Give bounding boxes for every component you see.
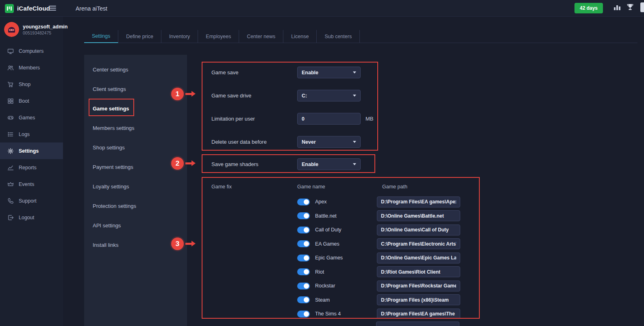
sidebar-item-label: Events — [19, 181, 34, 187]
sidebar-item-reports[interactable]: Reports — [0, 159, 63, 176]
subnav-label: API settings — [93, 222, 121, 229]
game-fix-row-apex: Apex — [211, 196, 479, 207]
shaders-select[interactable]: Enable — [297, 158, 361, 170]
sidebar-item-games[interactable]: Games — [0, 109, 63, 126]
ranking-icon[interactable] — [614, 4, 621, 11]
form-row-limitation: Limitation per user MB — [211, 113, 377, 125]
sidebar-item-events[interactable]: Events — [0, 176, 63, 192]
tab-license[interactable]: License — [283, 30, 317, 43]
subnav-shop-settings[interactable]: Shop settings — [84, 138, 187, 157]
game-save-drive-value: C: — [302, 93, 307, 99]
delete-before-value: Never — [302, 139, 316, 145]
app-logo-icon — [5, 4, 14, 13]
annotation-number: 1 — [176, 90, 179, 98]
subnav-center-settings[interactable]: Center settings — [84, 60, 187, 79]
game-path-input[interactable] — [377, 253, 460, 263]
chevron-down-icon — [353, 71, 356, 73]
game-fix-toggle[interactable] — [297, 199, 310, 205]
tournament-trophy-icon[interactable] — [626, 3, 634, 11]
user-name: youngzsoft_admin — [23, 24, 67, 30]
annotation-box-3: Game fix Game name Game path Apex Battle… — [202, 177, 480, 319]
game-save-drive-label: Game save drive — [211, 93, 297, 99]
subnav-protection-settings[interactable]: Protection settings — [84, 196, 187, 216]
annotation-arrow-1 — [185, 93, 192, 95]
game-name: Battle.net — [315, 213, 337, 219]
game-fix-toggle[interactable] — [297, 240, 310, 247]
game-path-input[interactable] — [377, 196, 460, 207]
delete-before-select[interactable]: Never — [297, 136, 361, 148]
game-save-label: Game save — [211, 69, 297, 76]
content-tabs: Settings Define price Inventory Employee… — [84, 30, 637, 43]
limitation-unit: MB — [366, 116, 374, 122]
sidebar-item-computers[interactable]: Computers — [0, 43, 63, 59]
license-days-badge[interactable]: 42 days — [574, 3, 603, 13]
game-save-select[interactable]: Enable — [297, 67, 361, 78]
game-fix-toggle[interactable] — [297, 311, 310, 317]
game-path-input[interactable] — [377, 225, 460, 235]
limitation-input[interactable] — [297, 113, 361, 125]
game-fix-row-steam: Steam — [211, 295, 479, 305]
tab-define-price[interactable]: Define price — [118, 30, 161, 43]
tab-label: License — [291, 34, 309, 39]
partial-cutoff-icon[interactable] — [640, 2, 644, 12]
game-save-value: Enable — [302, 70, 318, 76]
annotation-number: 2 — [176, 160, 179, 168]
subnav-api-settings[interactable]: API settings — [84, 216, 187, 235]
tab-label: Inventory — [169, 34, 190, 39]
tab-label: Employees — [206, 34, 231, 39]
game-path-input[interactable] — [377, 266, 460, 277]
subnav-label: Center settings — [93, 67, 128, 73]
list-icon — [7, 131, 14, 138]
monitor-icon — [7, 48, 14, 54]
people-icon — [7, 65, 14, 71]
subnav-label: Loyalty settings — [93, 184, 129, 190]
tab-employees[interactable]: Employees — [198, 30, 239, 43]
topbar: iCafeCloud Arena aiTest 42 days — [0, 0, 644, 17]
tab-center-news[interactable]: Center news — [239, 30, 283, 43]
game-path-input[interactable] — [377, 210, 460, 221]
subnav-label: Install links — [93, 242, 119, 248]
annotation-box-1: Game save Enable Game save drive C: Limi… — [202, 62, 378, 151]
game-fix-toggle[interactable] — [297, 296, 310, 303]
sidebar-item-logout[interactable]: Logout — [0, 209, 63, 226]
user-id: 005193482475 — [23, 30, 67, 35]
subnav-members-settings[interactable]: Members settings — [84, 118, 187, 138]
game-path-input[interactable] — [377, 309, 460, 319]
game-path-input[interactable] — [377, 281, 460, 291]
menu-toggle-icon[interactable] — [49, 6, 56, 11]
annotation-number: 3 — [176, 240, 179, 248]
subnav-game-settings[interactable]: Game settings — [84, 99, 187, 118]
game-path-input[interactable] — [377, 238, 460, 249]
logout-icon — [7, 214, 14, 221]
user-profile[interactable]: youngzsoft_admin 005193482475 — [0, 17, 63, 43]
game-fix-row-battlenet: Battle.net — [211, 211, 479, 221]
sidebar-item-members[interactable]: Members — [0, 59, 63, 76]
game-save-drive-select[interactable]: C: — [297, 90, 361, 101]
game-path-input[interactable] — [377, 294, 460, 305]
sidebar-item-settings[interactable]: Settings — [0, 142, 63, 159]
form-row-game-save-drive: Game save drive C: — [211, 90, 377, 101]
phone-icon — [7, 198, 14, 204]
tab-inventory[interactable]: Inventory — [161, 30, 198, 43]
sidebar-item-support[interactable]: Support — [0, 192, 63, 209]
game-fix-toggle[interactable] — [297, 255, 310, 261]
game-fix-toggle[interactable] — [297, 212, 310, 219]
game-fix-toggle[interactable] — [297, 227, 310, 233]
sidebar-item-logs[interactable]: Logs — [0, 126, 63, 142]
sidebar-menu: Computers Members Shop Boot Games Logs — [0, 43, 63, 226]
sidebar-item-boot[interactable]: Boot — [0, 93, 63, 109]
tab-sub-centers[interactable]: Sub centers — [317, 30, 360, 43]
annotation-step-3: 3 — [171, 237, 184, 250]
game-name: Steam — [315, 297, 330, 303]
subnav-loyalty-settings[interactable]: Loyalty settings — [84, 177, 187, 196]
annotation-arrow-2 — [185, 162, 192, 164]
annotation-arrow-3 — [185, 243, 192, 245]
tab-settings[interactable]: Settings — [84, 30, 118, 43]
sidebar-item-shop[interactable]: Shop — [0, 76, 63, 93]
annotation-step-2: 2 — [171, 157, 184, 170]
sidebar-item-label: Members — [19, 65, 40, 71]
game-fix-toggle[interactable] — [297, 268, 310, 275]
game-path-input-partial[interactable] — [376, 322, 459, 326]
game-fix-toggle[interactable] — [297, 283, 310, 289]
game-name: Riot — [315, 269, 324, 275]
